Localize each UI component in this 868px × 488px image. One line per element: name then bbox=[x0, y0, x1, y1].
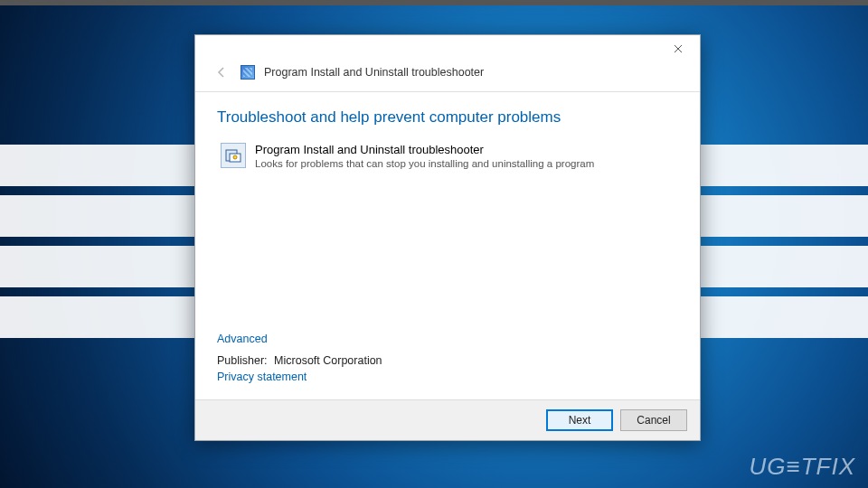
dialog-content: Troubleshoot and help prevent computer p… bbox=[195, 92, 700, 399]
installer-glyph-icon bbox=[225, 147, 241, 164]
close-icon bbox=[674, 44, 683, 53]
desktop-background: Program Install and Uninstall troublesho… bbox=[0, 0, 868, 488]
cancel-button[interactable]: Cancel bbox=[620, 409, 687, 431]
publisher-value: Microsoft Corporation bbox=[274, 354, 382, 367]
titlebar bbox=[195, 35, 700, 62]
back-button bbox=[212, 62, 231, 82]
item-text: Program Install and Uninstall troublesho… bbox=[255, 143, 594, 171]
screenshot-top-edge bbox=[0, 0, 868, 5]
troubleshooter-icon bbox=[241, 65, 255, 80]
svg-point-2 bbox=[233, 155, 237, 159]
back-arrow-icon bbox=[214, 65, 229, 80]
advanced-link[interactable]: Advanced bbox=[217, 333, 678, 345]
next-button[interactable]: Next bbox=[546, 409, 613, 431]
close-button[interactable] bbox=[662, 38, 694, 60]
item-title: Program Install and Uninstall troublesho… bbox=[255, 143, 594, 157]
dialog-footer: Next Cancel bbox=[195, 399, 700, 440]
page-headline: Troubleshoot and help prevent computer p… bbox=[217, 108, 678, 127]
program-install-icon bbox=[221, 143, 246, 168]
item-description: Looks for problems that can stop you ins… bbox=[255, 157, 594, 170]
troubleshooter-dialog: Program Install and Uninstall troublesho… bbox=[194, 34, 701, 441]
watermark-text: UG≡TFIX bbox=[749, 453, 855, 481]
publisher-row: Publisher: Microsoft Corporation bbox=[217, 354, 678, 367]
header-row: Program Install and Uninstall troublesho… bbox=[195, 62, 700, 91]
bottom-padding bbox=[217, 383, 678, 394]
window-title: Program Install and Uninstall troublesho… bbox=[264, 66, 484, 79]
content-spacer bbox=[217, 174, 678, 329]
privacy-statement-link[interactable]: Privacy statement bbox=[217, 371, 678, 383]
troubleshooter-item[interactable]: Program Install and Uninstall troublesho… bbox=[217, 139, 678, 174]
publisher-label: Publisher: bbox=[217, 354, 268, 367]
